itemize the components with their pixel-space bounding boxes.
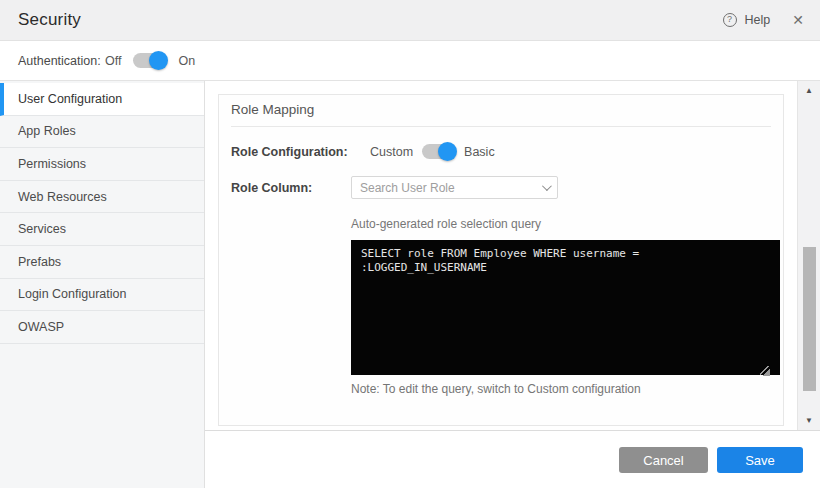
role-configuration-toggle[interactable] [422, 144, 455, 159]
role-column-row: Role Column: Search User Role [231, 176, 771, 199]
role-configuration-row: Role Configuration: Custom Basic [231, 144, 771, 159]
sidebar-item-services[interactable]: Services [0, 213, 204, 246]
cancel-button[interactable]: Cancel [619, 447, 708, 473]
authentication-toggle-knob [149, 51, 168, 70]
sidebar-item-user-configuration[interactable]: User Configuration [0, 83, 204, 116]
footer: Cancel Save [205, 430, 820, 488]
role-column-select[interactable]: Search User Role [351, 176, 558, 199]
sidebar-item-web-resources[interactable]: Web Resources [0, 181, 204, 214]
scrollbar-thumb[interactable] [803, 247, 816, 391]
role-configuration-basic-label: Basic [464, 145, 495, 159]
section-title: Role Mapping [231, 95, 771, 127]
vertical-scrollbar[interactable]: ▲ ▼ [797, 81, 820, 430]
role-mapping-card: Role Mapping Role Configuration: Custom … [218, 94, 784, 426]
chevron-down-icon [542, 181, 552, 191]
scroll-up-icon[interactable]: ▲ [798, 86, 820, 95]
authentication-on-label: On [178, 54, 195, 68]
help-link[interactable]: Help [745, 13, 771, 27]
sidebar: User Configuration App Roles Permissions… [0, 81, 205, 488]
role-column-placeholder: Search User Role [360, 181, 542, 195]
query-label: Auto-generated role selection query [351, 217, 771, 231]
sidebar-item-permissions[interactable]: Permissions [0, 148, 204, 181]
role-configuration-toggle-knob [438, 142, 457, 161]
authentication-row: Authentication: Off On [0, 41, 820, 81]
query-note: Note: To edit the query, switch to Custo… [351, 382, 771, 396]
query-textarea[interactable]: SELECT role FROM Employee WHERE username… [351, 240, 780, 375]
page-title: Security [18, 10, 81, 30]
sidebar-item-owasp[interactable]: OWASP [0, 311, 204, 344]
sidebar-item-app-roles[interactable]: App Roles [0, 116, 204, 149]
authentication-off-label: Off [105, 54, 121, 68]
authentication-label: Authentication: [18, 54, 105, 68]
role-configuration-label: Role Configuration: [231, 145, 351, 159]
sidebar-item-prefabs[interactable]: Prefabs [0, 246, 204, 279]
help-icon[interactable]: ? [723, 13, 737, 27]
close-icon[interactable]: ✕ [792, 13, 804, 27]
resize-handle-icon[interactable] [760, 366, 770, 376]
role-configuration-custom-label: Custom [370, 145, 413, 159]
sidebar-item-login-configuration[interactable]: Login Configuration [0, 279, 204, 312]
authentication-toggle[interactable] [133, 53, 166, 68]
header-actions: ? Help ✕ [723, 13, 804, 27]
save-button[interactable]: Save [717, 447, 803, 473]
role-column-label: Role Column: [231, 181, 351, 195]
main-content: Role Mapping Role Configuration: Custom … [205, 81, 797, 430]
scroll-down-icon[interactable]: ▼ [798, 416, 820, 425]
header: Security ? Help ✕ [0, 0, 820, 41]
